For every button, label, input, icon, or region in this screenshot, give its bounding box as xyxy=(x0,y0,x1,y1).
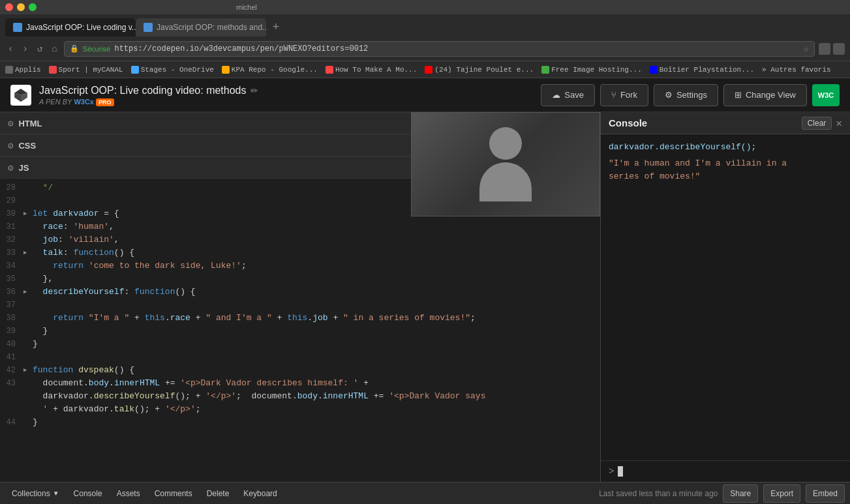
bottom-bar: Collections ▼ Console Assets Comments De… xyxy=(0,482,850,504)
collections-button[interactable]: Collections ▼ xyxy=(5,484,66,503)
fav-kpa-icon xyxy=(222,66,230,74)
browser-title: michel xyxy=(236,3,257,11)
browser-traffic-lights: michel xyxy=(0,0,850,14)
code-line-33: 33 ▶ talk: function() { xyxy=(0,246,600,259)
fav-tajine-label: (24) Tajine Poulet e... xyxy=(434,66,534,74)
security-lock-icon: 🔒 xyxy=(70,44,79,53)
minimize-window-button[interactable] xyxy=(17,3,25,11)
comments-button[interactable]: Comments xyxy=(148,484,199,503)
extensions-icon[interactable] xyxy=(819,43,830,55)
address-input[interactable]: 🔒 Sécurisé https://codepen.io/w3devcampu… xyxy=(64,41,815,57)
settings-button[interactable]: ⚙ Settings xyxy=(654,84,718,106)
save-button[interactable]: ☁ Save xyxy=(541,84,595,106)
edit-title-icon[interactable]: ✏ xyxy=(250,85,258,96)
menu-icon[interactable] xyxy=(833,43,845,55)
js-panel-label: JS xyxy=(18,163,29,173)
fav-tajine-icon xyxy=(425,66,433,74)
pen-subtitle: A PEN BY W3Cx PRO xyxy=(39,98,533,106)
fav-boitier-icon xyxy=(650,66,658,74)
delete-label: Delete xyxy=(207,489,230,498)
console-toggle-button[interactable]: Console xyxy=(67,484,109,503)
console-title: Console xyxy=(609,117,647,128)
fav-stages-icon xyxy=(131,66,139,74)
codepen-header: JavaScript OOP: Live coding video: metho… xyxy=(0,78,850,112)
js-settings-icon[interactable]: ⚙ xyxy=(8,162,13,173)
fav-boitier[interactable]: Boîtier Playstation... xyxy=(650,66,754,74)
favorites-bar: Applis Sport | myCANAL Stages - OneDrive… xyxy=(0,61,850,78)
close-window-button[interactable] xyxy=(5,3,13,11)
pen-user-link[interactable]: W3Cx xyxy=(74,98,94,106)
url-text: https://codepen.io/w3devcampus/pen/pWNEX… xyxy=(114,44,799,53)
code-line-44: 44 } xyxy=(0,416,600,429)
css-settings-icon[interactable]: ⚙ xyxy=(8,140,13,151)
fork-icon: ⑂ xyxy=(611,90,616,100)
forward-button[interactable]: › xyxy=(20,42,30,55)
share-button[interactable]: Share xyxy=(723,484,758,503)
fav-sport-label: Sport | myCANAL xyxy=(59,66,123,74)
change-view-button[interactable]: ⊞ Change View xyxy=(723,84,807,106)
code-line-43c: ' + darkvador.talk(); + '</p>'; xyxy=(0,403,600,416)
console-header: Console Clear ✕ xyxy=(601,112,850,134)
close-console-button[interactable]: ✕ xyxy=(836,117,842,130)
person-head xyxy=(489,127,522,160)
console-input-area[interactable]: > xyxy=(601,460,850,482)
fav-autres[interactable]: » Autres favoris xyxy=(762,66,831,74)
assets-button[interactable]: Assets xyxy=(110,484,147,503)
fav-sport-icon xyxy=(49,66,57,74)
change-view-icon: ⊞ xyxy=(735,90,742,100)
codepen-logo xyxy=(10,85,31,106)
fav-howtomake-label: How To Make A Mo... xyxy=(335,66,417,74)
keyboard-button[interactable]: Keyboard xyxy=(237,484,283,503)
css-panel-label: CSS xyxy=(18,141,36,151)
fav-howtomake[interactable]: How To Make A Mo... xyxy=(326,66,417,74)
fav-kpa[interactable]: KPA Repo - Google... xyxy=(222,66,318,74)
collections-label: Collections xyxy=(12,489,50,498)
back-button[interactable]: ‹ xyxy=(5,42,16,55)
fav-tajine[interactable]: (24) Tajine Poulet e... xyxy=(425,66,534,74)
delete-button[interactable]: Delete xyxy=(200,484,236,503)
fav-kpa-label: KPA Repo - Google... xyxy=(232,66,318,74)
codepen-tab-icon xyxy=(13,23,22,32)
bookmark-icon[interactable]: ☆ xyxy=(804,43,809,54)
console-prompt-icon: > xyxy=(609,466,614,477)
fav-sport[interactable]: Sport | myCANAL xyxy=(49,66,123,74)
save-label: Save xyxy=(564,90,584,100)
pen-by-text: A PEN BY xyxy=(39,98,72,106)
fork-button[interactable]: ⑂ Fork xyxy=(600,84,648,106)
fav-applis-label: Applis xyxy=(15,66,41,74)
code-line-40: 40 } xyxy=(0,338,600,351)
code-line-38: 38 return "I'm a " + this.race + " and I… xyxy=(0,312,600,325)
fav-applis-icon xyxy=(5,66,13,74)
tab-active[interactable]: JavaScript OOP: Live coding v... ✕ xyxy=(5,18,136,37)
last-saved-text: Last saved less than a minute ago xyxy=(599,489,718,498)
code-line-43a: 43 document.body.innerHTML += '<p>Dark V… xyxy=(0,377,600,390)
export-button[interactable]: Export xyxy=(763,484,800,503)
bottom-left-actions: Collections ▼ Console Assets Comments De… xyxy=(5,484,599,503)
clear-button[interactable]: Clear xyxy=(802,117,832,130)
fav-howtomake-icon xyxy=(326,66,333,74)
html-panel-label: HTML xyxy=(18,119,42,128)
address-bar: ‹ › ↺ ⌂ 🔒 Sécurisé https://codepen.io/w3… xyxy=(0,37,850,61)
fav-image[interactable]: Free Image Hosting... xyxy=(541,66,642,74)
tab-active-label: JavaScript OOP: Live coding v... xyxy=(26,23,136,32)
video-feed xyxy=(412,113,600,216)
code-line-41: 41 xyxy=(0,351,600,364)
tab-inactive[interactable]: JavaScript OOP: methods and... ✕ xyxy=(136,18,266,37)
console-cursor xyxy=(618,466,623,477)
fav-stages[interactable]: Stages - OneDrive xyxy=(131,66,214,74)
code-editor[interactable]: 28 */ 29 30 ▶ let darkvador = { 31 race:… xyxy=(0,179,600,482)
embed-button[interactable]: Embed xyxy=(806,484,845,503)
html-settings-icon[interactable]: ⚙ xyxy=(8,118,13,129)
fork-label: Fork xyxy=(620,90,637,100)
new-tab-button[interactable]: + xyxy=(266,18,286,37)
bottom-right-actions: Last saved less than a minute ago Share … xyxy=(599,484,845,503)
home-button[interactable]: ⌂ xyxy=(49,42,59,55)
fav-applis[interactable]: Applis xyxy=(5,66,41,74)
console-body: darkvador.describeYourself(); "I'm a hum… xyxy=(601,134,850,460)
refresh-button[interactable]: ↺ xyxy=(35,42,45,55)
video-overlay xyxy=(411,112,600,216)
person-silhouette xyxy=(479,127,532,201)
pro-badge: PRO xyxy=(96,98,114,106)
maximize-window-button[interactable] xyxy=(29,3,37,11)
code-line-42: 42 ▶ function dvspeak() { xyxy=(0,364,600,377)
